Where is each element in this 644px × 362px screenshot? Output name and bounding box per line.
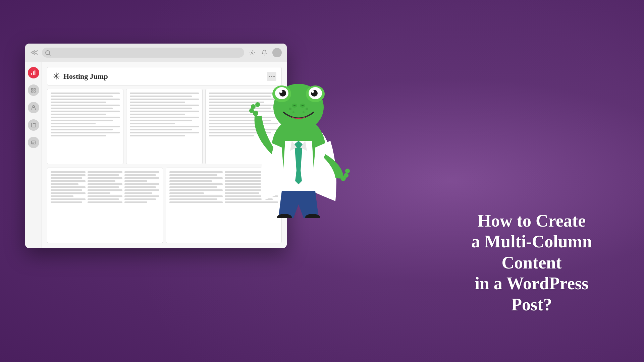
text-line bbox=[124, 171, 159, 173]
svg-point-23 bbox=[311, 90, 314, 93]
browser-back-icon[interactable]: ≪ bbox=[30, 48, 38, 57]
svg-point-40 bbox=[303, 111, 305, 113]
text-line bbox=[130, 132, 199, 133]
text-line bbox=[124, 177, 159, 179]
text-line bbox=[130, 111, 199, 112]
sidebar-item-billing[interactable] bbox=[28, 137, 39, 148]
text-line bbox=[88, 189, 122, 191]
text-line bbox=[130, 120, 192, 121]
svg-point-38 bbox=[306, 108, 308, 110]
text-line bbox=[51, 135, 106, 136]
content-block-2 bbox=[126, 89, 203, 164]
svg-rect-7 bbox=[34, 90, 35, 92]
svg-rect-6 bbox=[32, 90, 33, 92]
text-line bbox=[130, 114, 185, 115]
text-line bbox=[51, 111, 120, 112]
text-line bbox=[130, 93, 199, 94]
text-line bbox=[88, 186, 119, 188]
svg-point-26 bbox=[293, 105, 296, 106]
text-line bbox=[51, 174, 86, 176]
sidebar-item-analytics[interactable] bbox=[28, 67, 39, 78]
text-line bbox=[51, 201, 82, 203]
svg-point-11 bbox=[33, 143, 34, 143]
text-line bbox=[88, 171, 122, 173]
text-line bbox=[51, 120, 113, 121]
text-line bbox=[130, 126, 199, 127]
text-line bbox=[88, 174, 119, 176]
text-line bbox=[130, 99, 199, 100]
mini-col-2 bbox=[88, 171, 122, 203]
browser-search-bar[interactable] bbox=[42, 48, 244, 58]
text-line bbox=[169, 180, 212, 182]
text-line bbox=[169, 198, 217, 200]
text-line bbox=[124, 180, 147, 182]
text-line bbox=[169, 189, 223, 191]
text-line bbox=[130, 117, 199, 118]
svg-point-30 bbox=[251, 104, 256, 109]
svg-point-33 bbox=[344, 173, 348, 178]
text-line bbox=[88, 192, 110, 194]
logo-area: ✳ Hosting Jump bbox=[52, 71, 108, 82]
logo-icon: ✳ bbox=[52, 71, 60, 82]
svg-point-39 bbox=[292, 111, 294, 113]
text-line bbox=[124, 186, 156, 188]
text-line bbox=[51, 99, 120, 100]
text-line bbox=[51, 96, 113, 97]
text-line bbox=[51, 186, 86, 188]
text-line bbox=[51, 126, 120, 127]
text-line bbox=[51, 117, 120, 118]
svg-point-8 bbox=[33, 106, 34, 107]
text-line bbox=[169, 174, 217, 176]
text-line bbox=[124, 195, 159, 197]
text-line bbox=[51, 102, 106, 103]
text-line bbox=[169, 192, 204, 194]
svg-point-29 bbox=[249, 108, 254, 113]
frog-character bbox=[245, 50, 352, 218]
text-line bbox=[169, 195, 223, 197]
text-line bbox=[169, 186, 217, 188]
sidebar-item-users[interactable] bbox=[28, 102, 39, 113]
svg-rect-4 bbox=[32, 88, 33, 89]
text-line bbox=[51, 123, 96, 124]
text-overlay: How to Create a Multi-Column Content in … bbox=[460, 210, 604, 315]
headline-line2: a Multi-Column Content bbox=[460, 231, 604, 273]
text-line bbox=[51, 93, 120, 94]
text-line bbox=[51, 177, 82, 179]
text-line bbox=[51, 183, 78, 185]
text-line bbox=[51, 114, 106, 115]
text-line bbox=[51, 171, 86, 173]
text-line bbox=[51, 198, 86, 200]
sidebar-item-folder[interactable] bbox=[28, 119, 39, 131]
text-line bbox=[130, 102, 185, 103]
text-line bbox=[130, 96, 192, 97]
text-line bbox=[51, 132, 120, 133]
text-line bbox=[130, 108, 192, 109]
text-line bbox=[88, 177, 122, 179]
text-line bbox=[169, 177, 223, 179]
text-line bbox=[88, 180, 115, 182]
text-line bbox=[51, 108, 113, 109]
mini-col-1 bbox=[51, 171, 86, 203]
text-line bbox=[51, 189, 82, 191]
text-line bbox=[124, 174, 156, 176]
headline-line1: How to Create bbox=[460, 210, 604, 231]
svg-point-10 bbox=[32, 143, 33, 143]
text-line bbox=[130, 105, 199, 106]
sidebar-item-grid[interactable] bbox=[28, 84, 39, 96]
text-line bbox=[124, 201, 147, 203]
svg-point-27 bbox=[302, 105, 304, 106]
text-line bbox=[124, 183, 159, 185]
text-line bbox=[130, 123, 175, 124]
svg-rect-3 bbox=[34, 70, 35, 75]
text-line bbox=[124, 192, 152, 194]
headline-line3: in a WordPress Post? bbox=[460, 273, 604, 315]
text-line bbox=[51, 195, 73, 197]
text-line bbox=[88, 198, 119, 200]
content-block-1 bbox=[47, 89, 123, 164]
text-line bbox=[124, 198, 156, 200]
content-block-bottom-left bbox=[47, 168, 163, 243]
svg-point-34 bbox=[345, 169, 350, 173]
mini-col-4 bbox=[169, 171, 223, 203]
text-line bbox=[130, 135, 185, 136]
text-line bbox=[124, 189, 159, 191]
